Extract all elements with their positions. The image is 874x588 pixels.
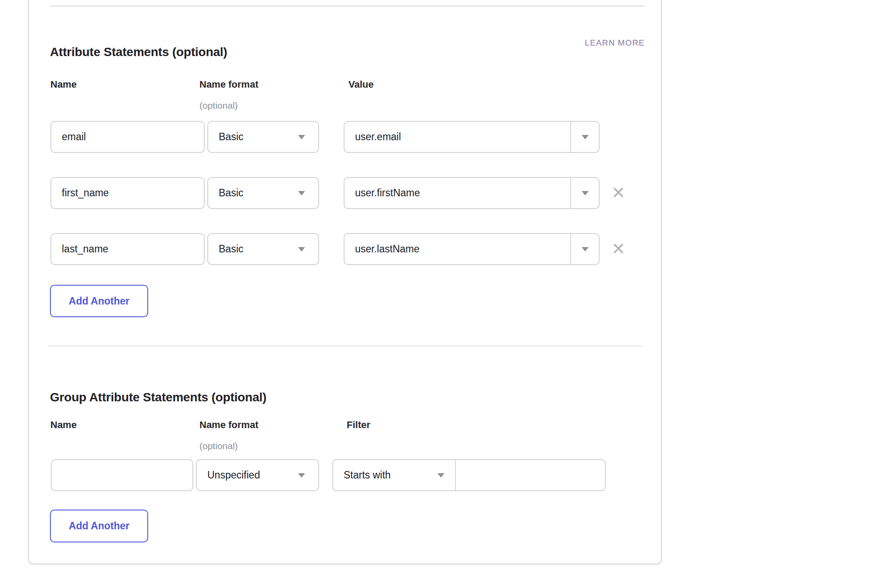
value-dropdown-toggle[interactable] bbox=[570, 178, 599, 208]
group-name-format-value: Unspecified bbox=[197, 469, 260, 481]
column-header-value: Value bbox=[348, 79, 373, 90]
add-another-attribute-button[interactable]: Add Another bbox=[50, 285, 148, 317]
value-dropdown-toggle[interactable] bbox=[570, 122, 599, 152]
column-note-optional: (optional) bbox=[199, 100, 238, 111]
close-icon: ✕ bbox=[611, 239, 625, 259]
column-header-filter: Filter bbox=[347, 420, 370, 430]
attr-name-format-select[interactable]: Basic bbox=[207, 177, 319, 209]
group-attribute-statements-title: Group Attribute Statements (optional) bbox=[50, 390, 266, 405]
attribute-statements-title: Attribute Statements (optional) bbox=[50, 44, 227, 60]
remove-row-button[interactable]: ✕ bbox=[609, 183, 628, 202]
column-header-name: Name bbox=[50, 420, 77, 430]
section-divider-top bbox=[50, 5, 645, 7]
column-header-name-format: Name format bbox=[199, 79, 258, 90]
close-icon: ✕ bbox=[611, 183, 625, 202]
chevron-down-icon bbox=[298, 191, 305, 195]
attr-value-select[interactable]: user.email bbox=[344, 121, 600, 153]
chevron-down-icon bbox=[298, 135, 305, 139]
attr-value-select[interactable]: user.firstName bbox=[344, 177, 600, 209]
group-filter-control: Starts with bbox=[332, 459, 606, 491]
attr-name-value: first_name bbox=[51, 187, 109, 199]
attr-name-format-value: Basic bbox=[208, 131, 243, 143]
attr-name-format-select[interactable]: Basic bbox=[207, 233, 319, 265]
attr-name-input[interactable]: first_name bbox=[50, 177, 205, 209]
group-name-format-select[interactable]: Unspecified bbox=[196, 459, 319, 491]
attr-name-format-value: Basic bbox=[208, 187, 243, 199]
chevron-down-icon bbox=[298, 247, 305, 251]
attr-value-text: user.lastName bbox=[345, 243, 570, 255]
chevron-down-icon bbox=[582, 247, 589, 251]
group-filter-value-input[interactable] bbox=[456, 460, 605, 490]
learn-more-link[interactable]: LEARN MORE bbox=[526, 38, 645, 48]
group-filter-type-select[interactable]: Starts with bbox=[333, 460, 455, 490]
section-divider-middle bbox=[48, 346, 643, 347]
attr-name-value: email bbox=[51, 131, 86, 143]
group-name-input[interactable] bbox=[51, 459, 193, 491]
column-note-optional: (optional) bbox=[199, 441, 238, 451]
attr-name-input[interactable]: last_name bbox=[50, 233, 205, 265]
group-filter-type-value: Starts with bbox=[333, 469, 391, 481]
column-header-name-format: Name format bbox=[199, 420, 258, 430]
attr-value-select[interactable]: user.lastName bbox=[344, 233, 600, 265]
attr-name-value: last_name bbox=[51, 243, 108, 255]
chevron-down-icon bbox=[582, 135, 589, 139]
attr-value-text: user.email bbox=[345, 131, 570, 143]
attr-name-format-select[interactable]: Basic bbox=[207, 121, 319, 153]
add-another-group-attribute-button[interactable]: Add Another bbox=[50, 510, 148, 542]
attr-value-text: user.firstName bbox=[345, 187, 570, 199]
value-dropdown-toggle[interactable] bbox=[570, 234, 599, 264]
chevron-down-icon bbox=[298, 473, 305, 478]
attr-name-input[interactable]: email bbox=[50, 121, 205, 153]
attr-name-format-value: Basic bbox=[208, 243, 243, 255]
chevron-down-icon bbox=[582, 191, 589, 195]
column-header-name: Name bbox=[50, 79, 77, 90]
remove-row-button[interactable]: ✕ bbox=[609, 239, 628, 259]
chevron-down-icon bbox=[437, 473, 444, 478]
